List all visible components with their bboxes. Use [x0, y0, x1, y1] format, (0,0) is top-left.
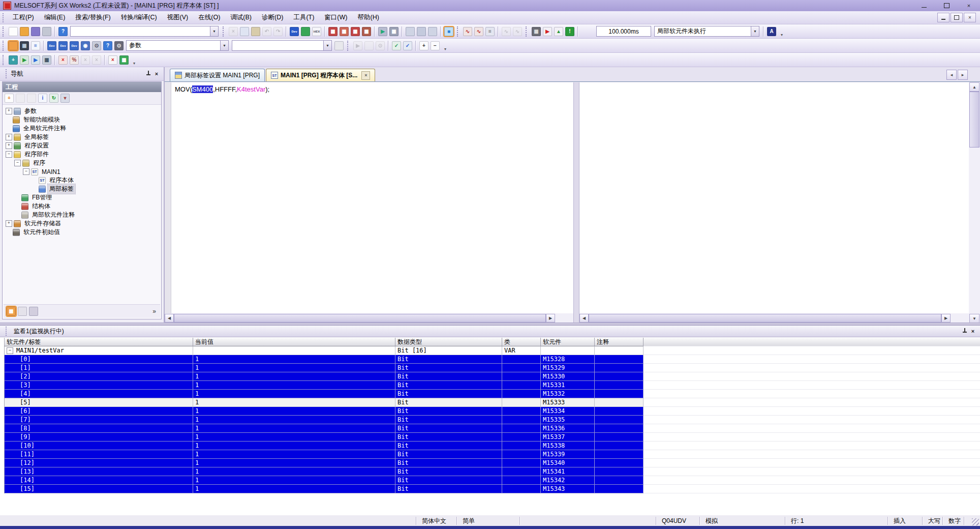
break-point-icon[interactable]: × [58, 55, 68, 65]
trace-1-icon[interactable]: ∿ [463, 27, 472, 36]
monitor-start-icon[interactable]: ▶ [378, 27, 387, 36]
menu-item[interactable]: 帮助(H) [352, 11, 384, 24]
navigation-close-button[interactable]: × [152, 70, 161, 78]
chevron-down-icon[interactable]: ▼ [210, 26, 218, 36]
device-comment-icon[interactable]: Dev [47, 41, 56, 50]
device-test-3-icon[interactable]: ▦ [351, 27, 360, 36]
tree-expander-icon[interactable]: + [6, 134, 12, 140]
watch-grip[interactable] [6, 327, 8, 336]
cross-reference-icon[interactable]: ⊙ [114, 41, 124, 50]
rightpane-hscrollbar[interactable]: ◀ ▶ [579, 313, 969, 323]
cut-icon[interactable]: × [229, 27, 238, 36]
scroll-down-icon[interactable]: ▼ [969, 314, 979, 323]
watch-row[interactable]: [12]1BitM15340 [4, 459, 980, 467]
watch-row[interactable]: [0]1BitM15328 [4, 355, 980, 364]
minimize-button[interactable] [913, 0, 935, 11]
menu-item[interactable]: 搜索/替换(F) [70, 11, 115, 24]
paste-item-icon[interactable] [27, 94, 36, 103]
program-window-2-icon[interactable] [417, 27, 426, 36]
list-view-icon[interactable]: ≡ [31, 41, 40, 50]
tree-item-program-body[interactable]: ST程序本体 [3, 176, 161, 185]
scroll-right-icon[interactable]: ▶ [941, 314, 951, 322]
connection-view-icon[interactable] [29, 307, 38, 316]
watch-root-row[interactable]: −MAIN1/testVarBit [16]VAR [4, 346, 980, 355]
menu-item[interactable]: 调试(B) [225, 11, 257, 24]
clipboard-icon[interactable] [334, 41, 344, 50]
dot-matrix-icon[interactable]: ▦ [532, 27, 541, 36]
project-view-icon[interactable]: ▦ [7, 307, 16, 316]
mdi-restore-button[interactable] [951, 13, 963, 22]
tree-item-device-memory-tree[interactable]: +软元件存储器 [3, 219, 161, 228]
break-condition-icon[interactable]: % [70, 55, 79, 65]
convert-icon[interactable]: ▶ [353, 41, 362, 50]
toolbar-grip[interactable] [223, 26, 225, 37]
simulation-run-icon[interactable]: ▶ [543, 27, 552, 36]
compile-select-combo[interactable]: ▼ [232, 40, 332, 51]
menu-item[interactable]: 工具(T) [288, 11, 319, 24]
watch-row[interactable]: [4]1BitM15332 [4, 390, 980, 398]
pane-splitter[interactable] [573, 82, 579, 323]
mdi-close-button[interactable]: × [964, 13, 976, 22]
close-button[interactable]: × [958, 0, 980, 11]
menu-item[interactable]: 在线(O) [193, 11, 225, 24]
menu-item[interactable]: 编辑(E) [39, 11, 71, 24]
copy-icon[interactable] [240, 27, 249, 36]
tab-program-body[interactable]: ST MAIN1 [PRG] 程序本体 [S... × [266, 69, 375, 81]
timing-chart-icon[interactable]: ≡ [485, 27, 495, 36]
device-find-icon[interactable]: ⊙ [92, 41, 101, 50]
refresh-icon[interactable]: ↻ [49, 94, 58, 103]
tree-item-local-label[interactable]: 局部标签 [3, 185, 161, 193]
watch-row[interactable]: [15]1BitM15343 [4, 485, 980, 493]
monitor-mode-icon[interactable] [301, 27, 310, 36]
help2-icon[interactable]: ? [103, 41, 112, 50]
check-program-icon[interactable]: ✓ [392, 41, 401, 50]
help-icon[interactable]: ? [58, 27, 68, 36]
module-configuration-icon[interactable]: ▦ [20, 41, 29, 50]
scan-time-box[interactable]: 100.000ms [596, 26, 651, 37]
property-icon[interactable]: i [38, 94, 47, 103]
print-icon[interactable] [42, 27, 51, 36]
menu-item[interactable]: 工程(P) [8, 11, 39, 24]
zoom-out-icon[interactable]: − [431, 41, 440, 50]
tree-item-device-initial-value[interactable]: 软元件初始值 [3, 228, 161, 237]
code-line[interactable]: MOV(SM400,HFFFF,K4testVar); [175, 85, 269, 93]
menu-item[interactable]: 视图(V) [162, 11, 194, 24]
view-switcher-more-button[interactable]: » [152, 308, 160, 315]
editor-vscrollbar[interactable]: ▲ ▼ [969, 82, 980, 323]
scroll-left-icon[interactable]: ◀ [579, 314, 589, 322]
row-expander-icon[interactable]: − [7, 347, 13, 354]
open-project-icon[interactable] [20, 27, 29, 36]
step-over-icon[interactable]: ▦ [42, 55, 51, 65]
st-editor[interactable]: MOV(SM400,HFFFF,K4testVar); ◀ ▶ [165, 82, 573, 323]
tree-item-structure[interactable]: 结构体 [3, 202, 161, 211]
device-display-icon[interactable]: Dev [290, 27, 299, 36]
pin-icon[interactable] [961, 327, 969, 335]
tree-item-st-program[interactable]: −STMAIN1 [3, 167, 161, 176]
toolbar-grip[interactable] [3, 41, 5, 51]
device-watch-icon[interactable]: ◉ [81, 41, 90, 50]
resize-grip[interactable] [972, 518, 979, 525]
maximize-button[interactable] [935, 0, 958, 11]
toolbar-grip[interactable] [3, 26, 5, 37]
chevron-down-icon[interactable]: ▼ [751, 26, 759, 36]
project-tree-icon[interactable] [9, 41, 18, 50]
tree-item-global-device-comment[interactable]: 全局软元件注释 [3, 124, 161, 133]
copy-item-icon[interactable] [16, 94, 25, 103]
st-editor-right-pane[interactable]: ◀ ▶ [579, 82, 969, 323]
watch-row[interactable]: [5]1BitM15333 [4, 398, 980, 407]
toolbar-overflow-button[interactable]: ▾ [131, 54, 137, 66]
menu-item[interactable]: 转换/编译(C) [116, 11, 162, 24]
program-window-3-icon[interactable] [428, 27, 437, 36]
watch-row[interactable]: [9]1BitM15337 [4, 433, 980, 442]
tree-item-local-device-comment[interactable]: 局部软元件注释 [3, 211, 161, 219]
toolbar-overflow-button[interactable]: ▾ [779, 26, 785, 37]
watch-row[interactable]: [11]1BitM15339 [4, 450, 980, 459]
watch-row[interactable]: [1]1BitM15329 [4, 364, 980, 372]
scroll-thumb[interactable] [969, 92, 979, 148]
navigation-grip[interactable] [6, 69, 8, 78]
tab-local-label-setting[interactable]: 局部标签设置 MAIN1 [PRG] [170, 69, 265, 81]
program-window-1-icon[interactable] [406, 27, 415, 36]
tree-expander-icon[interactable]: − [6, 151, 12, 158]
step-run-icon[interactable]: ▶ [20, 55, 29, 65]
simulation-warn-icon[interactable]: ▲ [554, 27, 563, 36]
